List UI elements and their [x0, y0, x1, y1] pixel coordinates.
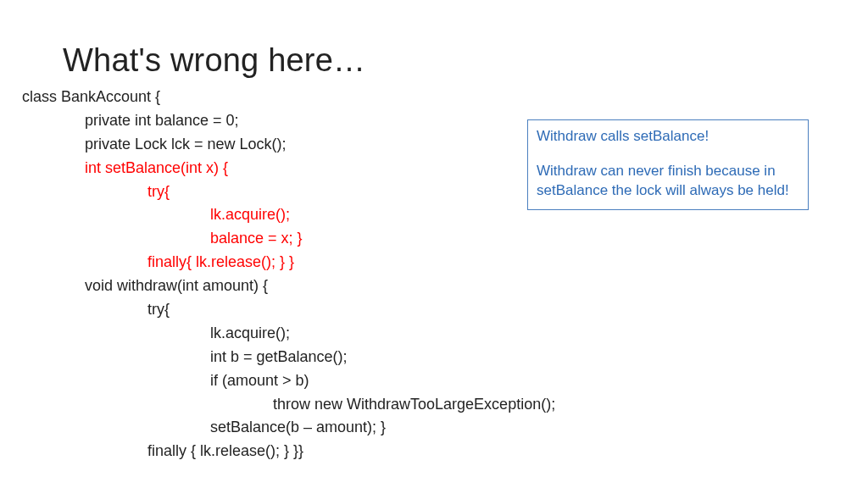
callout-line: Withdraw can never finish because in set… [537, 162, 799, 201]
code-line: setBalance(b – amount); } [22, 416, 868, 440]
slide-title: What's wrong here… [63, 42, 868, 79]
callout-line: Withdraw calls setBalance! [537, 127, 799, 147]
code-line: try{ [22, 298, 868, 322]
code-line: lk.acquire(); [22, 322, 868, 346]
code-line-highlight: finally{ lk.release(); } } [22, 251, 868, 274]
code-line: throw new WithdrawTooLargeException(); [22, 393, 868, 417]
code-line-highlight: balance = x; } [22, 227, 868, 251]
callout-box: Withdraw calls setBalance! Withdraw can … [527, 119, 809, 210]
slide: What's wrong here… class BankAccount { p… [0, 0, 868, 488]
code-line: finally { lk.release(); } }} [22, 440, 868, 463]
code-line: if (amount > b) [22, 369, 868, 393]
code-line: void withdraw(int amount) { [22, 274, 868, 298]
callout-spacer [537, 147, 799, 162]
code-line: class BankAccount { [22, 86, 868, 109]
code-line: int b = getBalance(); [22, 346, 868, 369]
